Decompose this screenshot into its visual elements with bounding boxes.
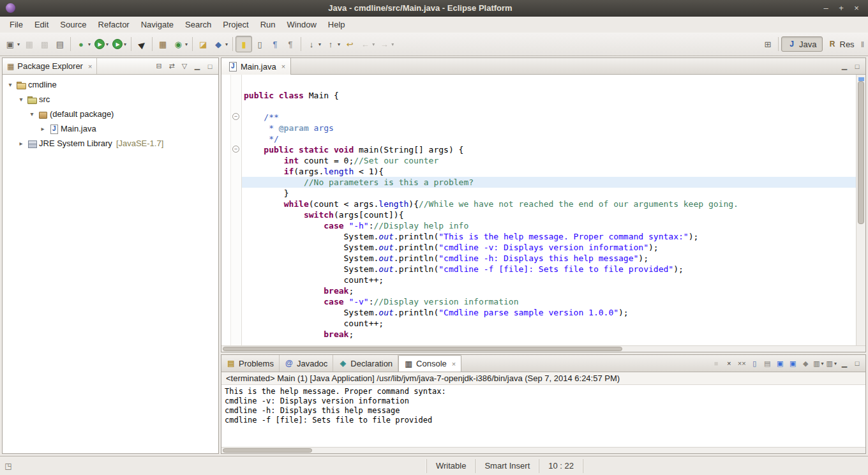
new-wizard-button[interactable]: ▣▾ bbox=[3, 36, 22, 52]
search-dropdown-icon[interactable]: ▾ bbox=[225, 41, 228, 47]
menu-help[interactable]: Help bbox=[322, 18, 351, 31]
tab-javadoc[interactable]: @Javadoc bbox=[280, 355, 333, 372]
display-selected-console-icon[interactable]: ▥▾ bbox=[812, 358, 824, 369]
show-stderr-changed-icon[interactable]: ▣ bbox=[787, 358, 798, 369]
view-menu-icon[interactable]: ▽ bbox=[179, 61, 190, 72]
menu-file[interactable]: File bbox=[4, 18, 29, 31]
package-explorer-tab[interactable]: ▦ Package Explorer × bbox=[3, 58, 97, 74]
menu-run[interactable]: Run bbox=[255, 18, 281, 31]
maximize-button[interactable]: + bbox=[835, 3, 848, 14]
maximize-view-icon[interactable]: □ bbox=[204, 61, 216, 72]
minimize-view-icon[interactable]: ▁ bbox=[191, 61, 203, 72]
previous-annotation-dropdown-icon[interactable]: ▾ bbox=[338, 41, 340, 47]
editor-vertical-scrollbar[interactable] bbox=[856, 75, 865, 345]
next-annotation-dropdown-icon[interactable]: ▾ bbox=[318, 41, 321, 47]
editor-horizontal-scrollbar[interactable] bbox=[221, 345, 865, 352]
collapse-icon[interactable]: ▾ bbox=[5, 81, 15, 88]
remove-launch-icon[interactable]: × bbox=[723, 358, 735, 369]
fold-collapse-icon[interactable]: − bbox=[232, 113, 239, 120]
statusbar-corner-icon[interactable]: ◳ bbox=[0, 462, 17, 471]
select-pointer-button[interactable]: ▶ bbox=[134, 36, 149, 52]
save-button[interactable]: ▦ bbox=[22, 36, 37, 52]
remove-all-launches-icon[interactable]: ×× bbox=[736, 358, 747, 369]
open-task-button[interactable]: ◪ bbox=[195, 36, 211, 52]
menu-edit[interactable]: Edit bbox=[29, 18, 54, 31]
horizontal-scrollbar-thumb[interactable] bbox=[223, 347, 622, 351]
maximize-console-icon[interactable]: □ bbox=[851, 358, 863, 369]
save-all-button[interactable]: ▩ bbox=[37, 36, 52, 52]
new-java-class-dropdown-icon[interactable]: ▾ bbox=[185, 41, 188, 47]
close-editor-icon[interactable]: × bbox=[281, 63, 285, 70]
menu-project[interactable]: Project bbox=[217, 18, 254, 31]
tree-item-default-package[interactable]: ▾(default package) bbox=[3, 107, 218, 121]
format-element-button[interactable]: ¶ bbox=[283, 36, 298, 52]
link-with-editor-icon[interactable]: ⇄ bbox=[166, 61, 177, 72]
clear-console-icon[interactable]: ▯ bbox=[749, 358, 760, 369]
tab-console[interactable]: ▥Console× bbox=[398, 355, 461, 372]
open-console-icon[interactable]: ▥▾ bbox=[826, 358, 837, 369]
new-wizard-dropdown-icon[interactable]: ▾ bbox=[17, 41, 20, 47]
menu-source[interactable]: Source bbox=[54, 18, 92, 31]
mark-occurrences-button[interactable]: ▮ bbox=[236, 36, 252, 52]
menu-search[interactable]: Search bbox=[179, 18, 217, 31]
close-view-icon[interactable]: × bbox=[88, 63, 92, 70]
expand-icon[interactable]: ▸ bbox=[16, 140, 26, 147]
menu-refactor[interactable]: Refactor bbox=[93, 18, 135, 31]
perspective-java-button[interactable]: JJava bbox=[781, 36, 822, 52]
expand-icon[interactable]: ▸ bbox=[38, 125, 48, 132]
console-horizontal-scrollbar[interactable] bbox=[221, 447, 865, 453]
minimize-editor-icon[interactable]: ▁ bbox=[839, 61, 850, 72]
run-button[interactable]: ▶▾ bbox=[93, 36, 110, 52]
close-button[interactable]: × bbox=[850, 3, 863, 14]
project-tree[interactable]: ▾cmdline▾src▾(default package)▸Main.java… bbox=[3, 75, 218, 453]
new-java-project-button[interactable]: ▦ bbox=[155, 36, 170, 52]
fold-collapse-icon[interactable]: − bbox=[232, 146, 239, 153]
next-annotation-button[interactable]: ↓▾ bbox=[304, 36, 323, 52]
forward-dropdown-icon[interactable]: ▾ bbox=[391, 41, 394, 47]
perspective-res-button[interactable]: RRes bbox=[823, 36, 860, 52]
menu-window[interactable]: Window bbox=[281, 18, 322, 31]
horizontal-scrollbar-thumb[interactable] bbox=[223, 448, 312, 453]
search-button[interactable]: ◆▾ bbox=[211, 36, 230, 52]
minimize-console-icon[interactable]: ▁ bbox=[839, 358, 850, 369]
new-java-class-button[interactable]: ◉▾ bbox=[170, 36, 190, 52]
back-dropdown-icon[interactable]: ▾ bbox=[372, 41, 375, 47]
show-stdout-changed-icon[interactable]: ▣ bbox=[774, 358, 786, 369]
run-dropdown-icon[interactable]: ▾ bbox=[106, 41, 108, 47]
pin-console-icon[interactable]: ◆ bbox=[800, 358, 811, 369]
debug-button[interactable]: ●▾ bbox=[73, 36, 93, 52]
tab-declaration[interactable]: ◈Declaration bbox=[333, 355, 398, 372]
editor-tab-main-java[interactable]: Main.java × bbox=[221, 58, 291, 75]
tree-item-cmdline[interactable]: ▾cmdline bbox=[3, 77, 218, 92]
minimize-button[interactable]: – bbox=[819, 3, 832, 14]
editor-code-area[interactable]: public class Main { /** * @param args */… bbox=[242, 75, 856, 345]
vertical-scrollbar-thumb[interactable] bbox=[858, 81, 864, 224]
forward-button[interactable]: →▾ bbox=[377, 36, 396, 52]
console-output[interactable]: This is the help message. Proper command… bbox=[221, 385, 865, 447]
show-source-button[interactable]: ▯ bbox=[252, 36, 267, 52]
print-button[interactable]: ▤ bbox=[52, 36, 68, 52]
open-perspective-button[interactable]: ⊞ bbox=[760, 36, 775, 52]
tree-item-src[interactable]: ▾src bbox=[3, 92, 218, 107]
debug-dropdown-icon[interactable]: ▾ bbox=[88, 41, 91, 47]
tree-item-jre-system-library[interactable]: ▸JRE System Library[JavaSE-1.7] bbox=[3, 136, 218, 151]
collapse-icon[interactable]: ▾ bbox=[16, 96, 26, 103]
show-whitespace-button[interactable]: ¶ bbox=[267, 36, 283, 52]
last-edit-location-button[interactable]: ↩ bbox=[342, 36, 357, 52]
run-external-tools-dropdown-icon[interactable]: ▾ bbox=[124, 41, 126, 47]
perspective-bar-handle[interactable]: ‖ bbox=[861, 40, 864, 49]
annotation-ruler[interactable] bbox=[221, 75, 231, 345]
scroll-lock-icon[interactable]: ▤ bbox=[761, 358, 773, 369]
collapse-icon[interactable]: ▾ bbox=[27, 110, 37, 117]
back-button[interactable]: ←▾ bbox=[357, 36, 377, 52]
tab-problems[interactable]: ▤Problems bbox=[221, 355, 280, 372]
titlebar[interactable]: Java - cmdline/src/Main.java - Eclipse P… bbox=[0, 0, 868, 17]
folding-ruler[interactable]: −− bbox=[231, 75, 242, 345]
previous-annotation-button[interactable]: ↑▾ bbox=[323, 36, 342, 52]
tree-item-main.java[interactable]: ▸Main.java bbox=[3, 121, 218, 136]
maximize-editor-icon[interactable]: □ bbox=[851, 61, 863, 72]
menu-navigate[interactable]: Navigate bbox=[135, 18, 179, 31]
close-tab-icon[interactable]: × bbox=[452, 360, 456, 368]
run-external-tools-button[interactable]: ▶▾ bbox=[110, 36, 128, 52]
collapse-all-icon[interactable]: ⊟ bbox=[153, 61, 165, 72]
